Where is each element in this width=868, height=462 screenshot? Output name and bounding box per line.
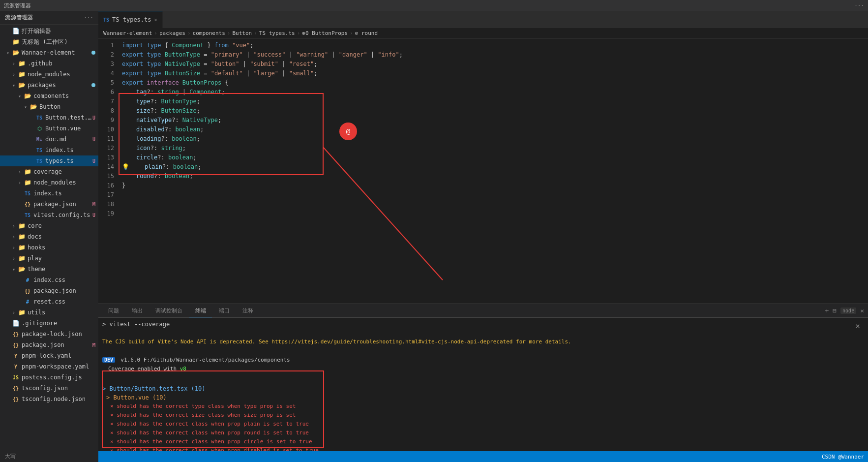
sidebar-item-node_modules[interactable]: ›📁node_modules xyxy=(0,69,98,80)
sidebar-item-index-css[interactable]: #index.css xyxy=(0,275,98,285)
sidebar-item-label-pnpm-lock: pnpm-lock.yaml xyxy=(22,352,98,359)
sidebar-item-package-json2[interactable]: {}package.jsonM xyxy=(0,199,98,210)
breadcrumb-part-5[interactable]: ⊕0 ButtonProps xyxy=(302,30,348,36)
sidebar-item-label-package-lock-json: package-lock.json xyxy=(22,331,98,338)
breadcrumb-part-2[interactable]: components xyxy=(193,30,225,36)
sidebar-item-hooks[interactable]: ›📁hooks xyxy=(0,242,98,253)
sidebar-item-label-gitignore: .gitignore xyxy=(22,320,98,327)
panel-content[interactable]: > vitest --coverage The CJS build of Vit… xyxy=(98,318,868,451)
arrow-icon-components: ▾ xyxy=(16,93,24,99)
sidebar-item-label-core: core xyxy=(28,222,98,229)
breadcrumb-part-3[interactable]: Button xyxy=(232,30,252,36)
sidebar-item-package-lock-json[interactable]: {}package-lock.json xyxy=(0,329,98,339)
sidebar-actions[interactable]: ··· xyxy=(84,14,93,21)
badge-package-json4: M xyxy=(92,342,95,348)
sidebar-item-package-json3[interactable]: {}package.json xyxy=(0,285,98,296)
sidebar-item-postcss-config[interactable]: JSpostcss.config.js xyxy=(0,372,98,383)
line-num-11: 11 xyxy=(98,134,114,144)
file-icon-core: 📁 xyxy=(18,222,26,229)
breadcrumb-part-1[interactable]: packages xyxy=(159,30,185,36)
line-num-19: 19 xyxy=(98,209,114,218)
sidebar-item-index-ts[interactable]: TSindex.ts xyxy=(0,145,98,155)
avatar[interactable]: @ xyxy=(339,123,357,140)
panel-close-button[interactable]: × xyxy=(860,307,864,314)
sidebar-item-play[interactable]: ›📁play xyxy=(0,253,98,264)
badge-types-ts: U xyxy=(92,158,95,164)
terminal-dev-line: DEV v1.6.0 F:/Github/Wannaer-element/pac… xyxy=(102,355,864,365)
sidebar-item-label-index-css: index.css xyxy=(33,277,98,283)
breadcrumb-part-0[interactable]: Wannaer-element xyxy=(103,30,152,36)
panel-add-button[interactable]: + xyxy=(825,307,829,314)
tab-bar: TSTS types.ts× xyxy=(98,11,868,28)
sidebar-item-label-components: components xyxy=(33,92,98,99)
terminal-cmd: vitest --coverage xyxy=(109,321,170,328)
sidebar-item-theme[interactable]: ▾📂theme xyxy=(0,264,98,275)
file-icon-play: 📁 xyxy=(18,255,26,262)
sidebar-item-tsconfig-json[interactable]: {}tsconfig.json xyxy=(0,383,98,394)
sidebar-item-docs[interactable]: ›📁docs xyxy=(0,231,98,242)
sidebar-item-package-json4[interactable]: {}package.jsonM xyxy=(0,339,98,350)
code-line-15: circle?: boolean; xyxy=(122,153,868,162)
sidebar-item-utils[interactable]: ›📁utils xyxy=(0,307,98,318)
panel-area: 问题输出调试控制台终端端口注释 + ⊟ node × > vitest --co… xyxy=(98,304,868,451)
badge-package-json2: M xyxy=(92,202,95,207)
sidebar-item-coverage[interactable]: ›📁coverage xyxy=(0,166,98,177)
arrow-icon-node_modules2: › xyxy=(16,180,24,185)
sidebar-item-pnpm-workspace[interactable]: Ypnpm-workspace.yaml xyxy=(0,361,98,372)
line-num-8: 8 xyxy=(98,106,114,116)
sidebar-item-packages[interactable]: ▾📂packages xyxy=(0,80,98,91)
file-icon-docs: 📁 xyxy=(18,233,26,240)
sidebar-item-Button-vue[interactable]: ⬡Button.vue xyxy=(0,123,98,134)
file-icon-package-json3: {} xyxy=(24,287,31,294)
sidebar-item-Button[interactable]: ▾📂Button xyxy=(0,101,98,112)
sidebar-item-pnpm-lock[interactable]: Ypnpm-lock.yaml xyxy=(0,350,98,361)
sidebar-item-gitignore[interactable]: 📄.gitignore xyxy=(0,318,98,329)
code-content[interactable]: import type { Component } from "vue";exp… xyxy=(118,39,868,304)
sidebar-item-github[interactable]: ›📁.github xyxy=(0,58,98,69)
tab-types-ts[interactable]: TSTS types.ts× xyxy=(98,11,163,28)
arrow-icon-theme: ▾ xyxy=(10,267,18,272)
sidebar-item-open-editor[interactable]: 📄打开编辑器 xyxy=(0,26,98,36)
terminal-blank2 xyxy=(102,346,864,355)
panel-tab-问题[interactable]: 问题 xyxy=(102,304,125,317)
sidebar-item-tsconfig-node[interactable]: {}tsconfig.node.json xyxy=(0,394,98,404)
line-num-16: 16 xyxy=(98,181,114,190)
sidebar-item-node_modules2[interactable]: ›📁node_modules xyxy=(0,177,98,188)
panel-tab-输出[interactable]: 输出 xyxy=(126,304,149,317)
code-line-14: icon?: string; xyxy=(122,144,868,153)
file-icon-node_modules: 📁 xyxy=(18,71,26,78)
tab-close-types-ts[interactable]: × xyxy=(154,17,157,23)
code-editor[interactable]: 12345678910111213141516171819 import typ… xyxy=(98,39,868,304)
sidebar-item-wannaer-element[interactable]: ▾📂Wannaer-element xyxy=(0,47,98,58)
sidebar-item-core[interactable]: ›📁core xyxy=(0,220,98,231)
panel-tab-端口[interactable]: 端口 xyxy=(213,304,236,317)
sidebar-item-reset-css[interactable]: #reset.css xyxy=(0,296,98,307)
sidebar-item-components[interactable]: ▾📂components xyxy=(0,91,98,101)
panel-tab-调试控制台[interactable]: 调试控制台 xyxy=(150,304,188,317)
sidebar-item-Button-test[interactable]: TSButton.test.tsxU xyxy=(0,112,98,123)
line-num-3: 3 xyxy=(98,60,114,69)
line-num-1: 1 xyxy=(98,41,114,50)
file-icon-packages: 📂 xyxy=(18,82,26,89)
sidebar-item-no-name[interactable]: 📁无标题 (工作区) xyxy=(0,36,98,47)
breadcrumb-part-4[interactable]: TS types.ts xyxy=(259,30,295,36)
panel-dismiss-button[interactable]: × xyxy=(855,322,860,331)
panel-tab-注释[interactable]: 注释 xyxy=(237,304,259,317)
code-line-9: type?: ButtonType; xyxy=(122,97,868,106)
sidebar-item-types-ts[interactable]: TStypes.tsU xyxy=(0,155,98,166)
panel-tab-终端[interactable]: 终端 xyxy=(189,304,212,317)
file-icon-theme: 📂 xyxy=(18,266,26,273)
line-num-15: 15 xyxy=(98,172,114,181)
line-numbers: 12345678910111213141516171819 xyxy=(98,39,118,304)
panel-split-button[interactable]: ⊟ xyxy=(833,307,837,314)
line-num-17: 17 xyxy=(98,190,114,200)
file-icon-index-css: # xyxy=(24,277,31,283)
breadcrumb-part-6[interactable]: ⊘ round xyxy=(355,30,378,36)
file-icon-Button: 📂 xyxy=(30,103,37,110)
sidebar-item-doc-md[interactable]: M↓doc.mdU xyxy=(0,134,98,145)
file-icon-vitest-config: TS xyxy=(24,212,31,218)
sidebar-item-index-ts2[interactable]: TSindex.ts xyxy=(0,188,98,199)
test-group1: > Button/Button.test.tsx (10) xyxy=(102,384,864,393)
sidebar-item-vitest-config[interactable]: TSvitest.config.tsU xyxy=(0,210,98,220)
title-bar-dots[interactable]: ··· xyxy=(854,2,864,9)
